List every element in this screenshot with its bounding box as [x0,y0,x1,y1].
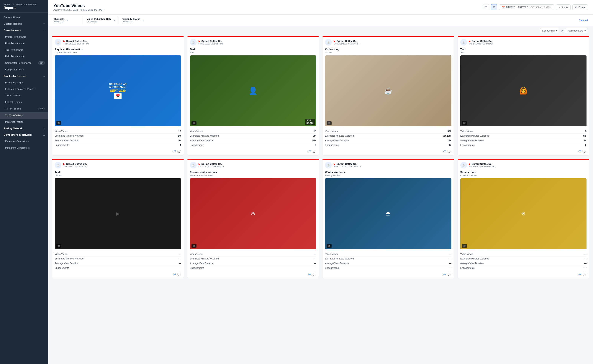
play-icon: 🎬 [56,121,61,125]
youtube-icon: ▶ [469,162,471,165]
stat-label: Engagements [190,267,204,269]
sidebar-item-linkedin-pages[interactable]: LinkedIn Pages [0,99,48,105]
sidebar-item-facebook-pages[interactable]: Facebook Pages [0,79,48,86]
sidebar-item-custom-reports[interactable]: Custom Reports ▾ [0,20,48,27]
comment-icon[interactable]: 💬 [177,150,181,153]
stat-row: Average View Duration — [55,261,181,266]
view-grid-button[interactable]: ⊞ [491,4,497,10]
card-thumbnail[interactable]: ▶ 🎬 [55,178,181,249]
sidebar-brand: Sprout Coffee Corporate Reports [0,0,48,13]
comment-icon[interactable]: 💬 [177,273,181,276]
competitors-section-label: Competitors by Network [4,133,32,136]
card-title: Summertime [460,171,587,174]
tag-icon[interactable]: 🏷 [443,273,446,276]
card-title: Test [55,171,181,174]
tag-icon[interactable]: 🏷 [173,150,176,153]
stat-value: — [584,257,587,260]
share-button[interactable]: ↑ Share [556,4,570,10]
card-footer: 🏷 💬 [322,148,454,155]
sidebar-section-competitors[interactable]: Competitors by Network ▴ [0,132,48,138]
grid-icon: ⊞ [493,6,495,9]
comment-icon[interactable]: 💬 [583,150,586,153]
date-range-button[interactable]: 📅 1/1/2022 – 8/31/2022 vs 5/3/2021 – 12/… [499,4,554,10]
stat-label: Estimated Minutes Watched [55,135,84,137]
comment-icon[interactable]: 💬 [448,150,451,153]
stat-value: — [449,253,451,255]
stat-value: 2h 10m [443,135,451,137]
avatar: ☕ [460,162,467,169]
card-thumbnail[interactable]: ❄ 🎬 [190,178,316,249]
filter-bar: Channels Viewing all ▾ Video Published D… [48,15,593,26]
comment-icon[interactable]: 💬 [448,273,451,276]
stat-value: 5s [179,139,181,142]
video-card: ☕ ▶ Sprout Coffee Co. Thu 8/18/2022 1:14… [52,36,184,156]
sidebar-item-tiktok-profiles[interactable]: TikTok Profiles New [0,105,48,112]
tag-icon[interactable]: 🏷 [308,150,311,153]
filters-button[interactable]: ⚙ Filters [573,4,588,10]
sidebar-section-profiles[interactable]: Profiles by Network ▴ [0,73,48,79]
card-footer: 🏷 💬 [458,271,589,278]
comment-icon[interactable]: 💬 [313,150,316,153]
tag-icon[interactable]: 🏷 [173,273,176,276]
stat-value: — [179,257,181,260]
stat-row: Video Views — [325,252,451,256]
card-thumbnail[interactable]: ☀ 🎬 [460,178,587,249]
sidebar-item-twitter-profiles[interactable]: Twitter Profiles [0,92,48,99]
card-thumbnail[interactable]: 👤 JOESAKIC 🎬 [190,55,316,126]
channels-filter[interactable]: Channels Viewing all ▾ [53,17,83,24]
sidebar-item-competitor-posts[interactable]: Competitor Posts [0,66,48,73]
sidebar-item-post-performance[interactable]: Post Performance [0,40,48,46]
main-header: YouTube Videos Activity from Jan 1, 2022… [48,0,593,15]
sort-field-select[interactable]: Published Date ▾ [565,28,588,33]
cards-grid: ☕ ▶ Sprout Coffee Co. Thu 8/18/2022 1:14… [52,36,589,278]
stat-row: Engagements 17 [325,143,451,147]
sidebar-item-cross-network[interactable]: Cross-Network ▴ [0,27,48,33]
sidebar-item-reports-home[interactable]: Reports Home [0,14,48,20]
card-thumbnail[interactable]: ☕ 🎬 [325,55,451,126]
stat-label: Video Views [460,253,473,255]
sidebar-item-paid-performance[interactable]: Paid Performance [0,53,48,59]
stat-label: Video Views [190,130,203,132]
sidebar-item-youtube-videos[interactable]: YouTube Videos [0,112,48,119]
stat-row: Video Views 15 [190,129,316,134]
stat-row: Engagements 4 [55,143,181,147]
card-header: ☕ ▶ Sprout Coffee Co. Thu 11/11/2021 2:5… [458,160,589,170]
tag-icon[interactable]: 🏷 [443,150,446,153]
stat-value: — [449,257,451,260]
sidebar-item-pinterest-profiles[interactable]: Pinterest Profiles [0,119,48,125]
sidebar-item-instagram-competitors[interactable]: Instagram Competitors [0,144,48,151]
card-stats: Video Views 15 Estimated Minutes Watched… [187,128,319,148]
tag-icon[interactable]: 🏷 [578,273,581,276]
comment-icon[interactable]: 💬 [583,273,586,276]
visibility-filter[interactable]: Visibility Status Viewing all ▾ [122,17,152,24]
youtube-icon: ▶ [63,162,65,165]
sidebar-section-paid[interactable]: Paid by Network ▾ [0,125,48,132]
sidebar-item-profile-performance[interactable]: Profile Performance [0,33,48,40]
sidebar-item-instagram-business[interactable]: Instagram Business Profiles [0,86,48,92]
stat-value: — [449,267,451,269]
view-list-button[interactable]: ☰ [483,4,489,10]
play-icon: 🎬 [326,244,332,248]
sort-field-label: Published Date [567,29,583,32]
stat-label: Engagements [325,267,339,269]
clear-all-button[interactable]: Clear All [579,19,588,22]
tag-icon[interactable]: 🏷 [578,150,581,153]
video-date-filter[interactable]: Video Published Date Viewing all ▾ [87,17,119,24]
sidebar-item-competitor-performance[interactable]: Competitor Performance New [0,59,48,66]
card-thumbnail[interactable]: SCHEDULE ANAPPOINTMENT SEPT. 2020 📅 🎬 [55,55,181,126]
stat-row: Video Views — [55,252,181,256]
tag-icon[interactable]: 🏷 [308,273,311,276]
sidebar-item-facebook-competitors[interactable]: Facebook Competitors [0,138,48,144]
sort-order-select[interactable]: Descending ▾ [540,28,560,33]
card-description: Coffee [325,51,451,54]
card-thumbnail[interactable]: 🌨 🎬 [325,178,451,249]
stat-label: Average View Duration [55,262,78,265]
card-thumbnail[interactable]: 🙆 🎬 [460,55,587,126]
stat-value: 15 [313,130,316,132]
sidebar-item-tag-performance[interactable]: Tag Performance [0,46,48,53]
comment-icon[interactable]: 💬 [313,273,316,276]
stat-row: Estimated Minutes Watched — [325,256,451,261]
stat-label: Video Views [55,253,67,255]
card-title: Test [460,48,587,51]
youtube-icon: ▶ [334,40,335,42]
